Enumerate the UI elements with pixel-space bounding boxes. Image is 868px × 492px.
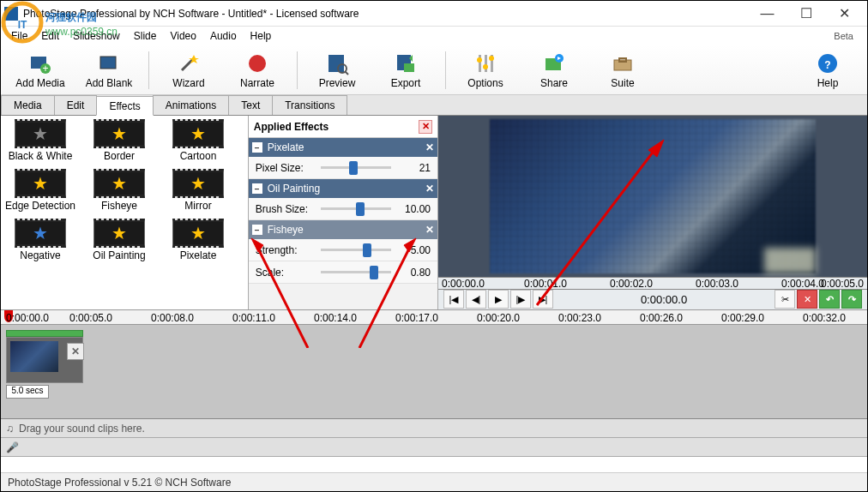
delete-button[interactable]: ✕ (797, 290, 817, 309)
beta-label: Beta (827, 29, 860, 43)
svg-point-18 (489, 56, 494, 61)
applied-effects-title: Applied Effects (254, 121, 329, 133)
svg-point-16 (477, 57, 482, 63)
audio-track[interactable]: ♫ Drag your sound clips here. (1, 419, 867, 438)
preview-ruler[interactable]: 0:00:00.0 0:00:01.0 0:00:02.0 0:00:03.0 … (438, 277, 867, 290)
fx-cartoon[interactable]: ★Cartoon (162, 119, 234, 162)
menu-help[interactable]: Help (244, 28, 279, 44)
svg-rect-13 (479, 55, 481, 72)
pixelate-size-param: Pixel Size:21 (249, 157, 437, 179)
svg-line-10 (345, 71, 348, 75)
menu-video[interactable]: Video (163, 28, 202, 44)
applied-pixelate-header[interactable]: −Pixelate✕ (249, 138, 437, 157)
add-blank-button[interactable]: Add Blank (75, 50, 143, 91)
undo-button[interactable]: ↶ (819, 290, 840, 309)
add-media-button[interactable]: +Add Media (6, 50, 75, 91)
tab-effects[interactable]: Effects (96, 96, 153, 116)
timeline-clip[interactable]: ✕ 5.0 secs (6, 330, 83, 399)
clip-remove-button[interactable]: ✕ (67, 343, 84, 360)
close-button[interactable]: ✕ (825, 2, 864, 26)
fx-oil-painting[interactable]: ★Oil Painting (83, 219, 155, 261)
fx-negative[interactable]: ★Negative (4, 219, 76, 261)
tabs-row: Media Edit Effects Animations Text Trans… (1, 95, 867, 116)
collapse-icon[interactable]: − (252, 142, 262, 153)
pixelate-size-slider[interactable] (321, 166, 391, 169)
applied-effects-panel: Applied Effects ✕ −Pixelate✕ Pixel Size:… (248, 116, 438, 309)
svg-rect-5 (100, 57, 116, 69)
mic-icon: 🎤 (6, 441, 19, 453)
svg-point-17 (483, 64, 488, 69)
clip-duration[interactable]: 5.0 secs (6, 385, 49, 399)
help-button[interactable]: ?Help (793, 50, 862, 91)
share-button[interactable]: Share (520, 50, 588, 91)
wizard-button[interactable]: Wizard (154, 50, 223, 91)
fx-black-white[interactable]: ★Black & White (4, 119, 76, 162)
step-forward-button[interactable]: |▶ (510, 290, 531, 309)
tab-media[interactable]: Media (1, 95, 55, 115)
fx-border[interactable]: ★Border (83, 119, 155, 162)
preview-image (490, 119, 816, 273)
preview-controls: |◀ ◀| ▶ |▶ ▶| 0:00:00.0 ✂ ✕ ↶ ↷ (438, 290, 867, 309)
remove-oil[interactable]: ✕ (425, 183, 434, 195)
svg-text:?: ? (824, 59, 830, 71)
preview-time: 0:00:00.0 (555, 293, 773, 306)
export-button[interactable]: Export (371, 50, 440, 91)
menu-edit[interactable]: Edit (34, 28, 66, 44)
tab-animations[interactable]: Animations (153, 95, 229, 115)
menu-slideshow[interactable]: Slideshow (66, 28, 127, 44)
maximize-button[interactable]: ☐ (787, 2, 825, 26)
crop-button[interactable]: ✂ (775, 290, 795, 309)
app-icon (4, 7, 18, 21)
fx-fisheye[interactable]: ★Fisheye (83, 169, 155, 212)
svg-point-7 (249, 55, 266, 72)
tab-edit[interactable]: Edit (54, 95, 98, 115)
menu-slide[interactable]: Slide (127, 28, 164, 44)
narration-track[interactable]: 🎤 (1, 438, 867, 457)
audio-hint: Drag your sound clips here. (19, 423, 145, 435)
fx-edge-detection[interactable]: ★Edge Detection (4, 169, 76, 212)
fx-pixelate[interactable]: ★Pixelate (162, 219, 234, 261)
applied-oil-header[interactable]: −Oil Painting✕ (249, 179, 437, 198)
remove-pixelate[interactable]: ✕ (425, 141, 434, 153)
step-back-button[interactable]: ◀| (466, 290, 486, 309)
tab-transitions[interactable]: Transitions (272, 95, 347, 115)
fx-mirror[interactable]: ★Mirror (162, 169, 234, 212)
fisheye-strength-slider[interactable] (321, 249, 391, 251)
applied-effects-close[interactable]: ✕ (419, 120, 432, 134)
music-note-icon: ♫ (6, 423, 14, 435)
go-start-button[interactable]: |◀ (443, 290, 464, 309)
svg-rect-8 (329, 55, 344, 72)
options-button[interactable]: Options (451, 50, 520, 91)
applied-fisheye-header[interactable]: −Fisheye✕ (249, 220, 437, 239)
narrate-button[interactable]: Narrate (223, 50, 292, 91)
fisheye-scale-param: Scale:0.80 (249, 261, 437, 284)
collapse-icon[interactable]: − (252, 225, 262, 235)
redo-button[interactable]: ↷ (841, 290, 862, 309)
svg-rect-12 (404, 63, 414, 72)
oil-brush-slider[interactable] (321, 207, 391, 210)
menu-audio[interactable]: Audio (203, 28, 244, 44)
preview-video (438, 116, 867, 277)
svg-text:+: + (42, 63, 48, 75)
collapse-icon[interactable]: − (252, 183, 262, 194)
preview-button[interactable]: Preview (303, 50, 371, 91)
tab-text[interactable]: Text (228, 95, 273, 115)
menu-file[interactable]: File (4, 28, 34, 44)
suite-button[interactable]: Suite (588, 50, 657, 91)
fisheye-scale-slider[interactable] (321, 271, 391, 273)
svg-rect-14 (485, 55, 487, 72)
timeline-track[interactable]: ✕ 5.0 secs (1, 325, 867, 419)
minimize-button[interactable]: — (748, 2, 787, 26)
statusbar: PhotoStage Professional v 5.21 © NCH Sof… (1, 472, 867, 491)
svg-line-6 (182, 58, 194, 70)
go-end-button[interactable]: ▶| (533, 290, 553, 309)
toolbar: +Add Media Add Blank Wizard Narrate Prev… (1, 45, 867, 95)
oil-brush-param: Brush Size:10.00 (249, 198, 437, 220)
clip-thumbnail (10, 341, 58, 372)
status-text: PhotoStage Professional v 5.21 © NCH Sof… (8, 477, 231, 489)
timeline-ruler[interactable]: 0:00:00.0 0:00:05.0 0:00:08.0 0:00:11.0 … (1, 309, 867, 325)
play-button[interactable]: ▶ (488, 290, 509, 309)
menubar: File Edit Slideshow Slide Video Audio He… (1, 27, 867, 45)
remove-fisheye[interactable]: ✕ (425, 224, 434, 236)
effects-grid: ★Black & White ★Border ★Cartoon ★Edge De… (1, 116, 248, 309)
